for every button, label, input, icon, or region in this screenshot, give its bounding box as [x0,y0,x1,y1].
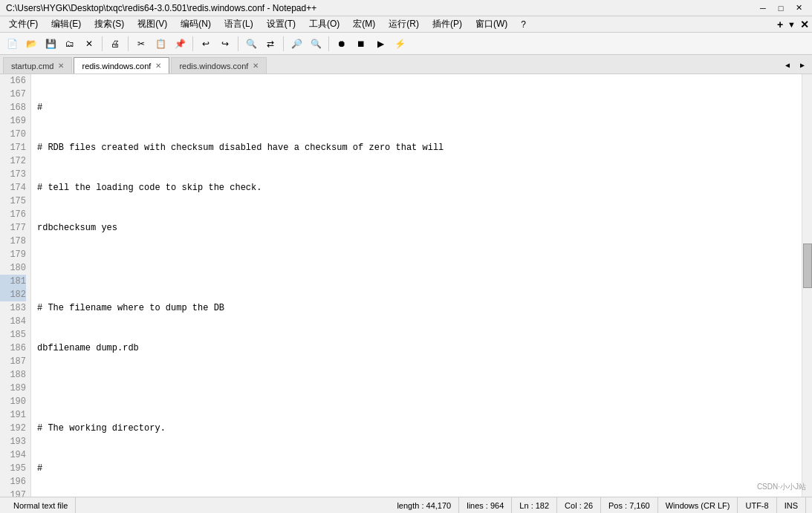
save-button[interactable]: 💾 [42,35,59,53]
line-numbers: 166 167 168 169 170 171 172 173 174 175 … [0,74,31,497]
menu-run[interactable]: 运行(R) [383,16,425,32]
menu-view[interactable]: 视图(V) [131,16,173,32]
macro-stop-button[interactable]: ⏹ [352,35,370,53]
tab-scroll-right[interactable]: ▶ [796,57,809,73]
editor-content[interactable]: # # RDB files created with checksum disa… [31,74,802,497]
sep3 [192,36,193,51]
redo-button[interactable]: ↪ [216,35,234,53]
code-line-171: # The filename where to dump the DB [37,301,802,315]
code-line-166: # [37,101,802,114]
macro-rec-button[interactable]: ⏺ [333,35,351,53]
close-button[interactable]: ✕ [791,2,806,14]
menu-lang[interactable]: 语言(L) [218,16,259,32]
status-insert-mode: INS [777,497,806,513]
status-encoding: UTF-8 [738,497,776,513]
status-lines: lines : 964 [459,497,512,513]
open-file-button[interactable]: 📂 [22,35,40,53]
menu-search[interactable]: 搜索(S) [88,16,130,32]
print-button[interactable]: 🖨 [106,35,124,53]
code-line-174: # The working directory. [37,422,802,435]
menu-macro[interactable]: 宏(M) [347,16,381,32]
tab-bar: startup.cmd ✕ redis.windows.conf ✕ redis… [0,55,812,74]
code-line-167: # RDB files created with checksum disabl… [37,141,802,154]
menu-encode[interactable]: 编码(N) [175,16,217,32]
find-button[interactable]: 🔍 [242,35,260,53]
minimize-button[interactable]: ─ [756,2,770,14]
code-line-170 [37,261,802,275]
tab-redis-conf-1-close[interactable]: ✕ [155,62,161,70]
zoom-out-button[interactable]: 🔍 [307,35,325,53]
cut-button[interactable]: ✂ [132,35,150,53]
toolbar: 📄 📂 💾 🗂 ✕ 🖨 ✂ 📋 📌 ↩ ↪ 🔍 ⇄ 🔎 🔍 ⏺ ⏹ ▶ ⚡ [0,33,812,55]
new-file-button[interactable]: 📄 [3,35,21,53]
menu-edit[interactable]: 编辑(E) [45,16,87,32]
code-line-173 [37,382,802,395]
macro-play-button[interactable]: ▶ [371,35,389,53]
zoom-in-button[interactable]: 🔎 [288,35,305,53]
run-button[interactable]: ⚡ [391,35,409,53]
tab-redis-conf-2-label: redis.windows.conf [179,62,248,71]
tab-startup[interactable]: startup.cmd ✕ [3,57,72,73]
tab-startup-label: startup.cmd [11,62,53,71]
save-all-button[interactable]: 🗂 [61,35,79,53]
sep4 [238,36,238,51]
menu-tools[interactable]: 工具(O) [303,16,345,32]
replace-button[interactable]: ⇄ [262,35,279,53]
sep6 [328,36,329,51]
status-col: Col : 26 [557,497,601,513]
title-bar: C:\Users\HYGK\Desktop\txqc\redis64-3.0.5… [0,0,812,16]
tab-scroll-left[interactable]: ◀ [781,57,794,73]
code-line-168: # tell the loading code to skip the chec… [37,181,802,195]
editor-container: 166 167 168 169 170 171 172 173 174 175 … [0,74,812,497]
tab-menu-button[interactable]: ▼ [787,20,796,29]
status-file-type: Normal text file [6,497,76,513]
tab-redis-conf-2[interactable]: redis.windows.conf ✕ [171,57,267,73]
code-line-169: rdbchecksum yes [37,221,802,235]
maximize-button[interactable]: □ [773,2,788,14]
code-area: # # RDB files created with checksum disa… [31,74,802,497]
status-line-ending: Windows (CR LF) [658,497,738,513]
paste-button[interactable]: 📌 [171,35,189,53]
code-line-172: dbfilename dump.rdb [37,342,802,355]
copy-button[interactable]: 📋 [152,35,169,53]
status-pos: Pos : 7,160 [601,497,658,513]
tab-redis-conf-2-close[interactable]: ✕ [253,62,259,70]
watermark: CSDN·小小J站 [757,482,806,492]
new-tab-button[interactable]: + [777,19,783,30]
menu-bar: 文件(F) 编辑(E) 搜索(S) 视图(V) 编码(N) 语言(L) 设置(T… [0,16,812,33]
status-ln: Ln : 182 [512,497,557,513]
code-line-175: # [37,462,802,475]
tab-redis-conf-1-label: redis.windows.conf [82,62,151,71]
scrollbar-thumb[interactable] [803,244,812,288]
vertical-scrollbar[interactable] [802,74,812,497]
tab-startup-close[interactable]: ✕ [58,62,64,70]
sep1 [102,36,103,51]
status-length: length : 44,170 [389,497,459,513]
menu-file[interactable]: 文件(F) [3,16,44,32]
menu-plugins[interactable]: 插件(P) [426,16,468,32]
menu-settings[interactable]: 设置(T) [261,16,302,32]
undo-button[interactable]: ↩ [197,35,215,53]
menu-window[interactable]: 窗口(W) [470,16,513,32]
tab-redis-conf-1[interactable]: redis.windows.conf ✕ [74,57,169,73]
app-title: C:\Users\HYGK\Desktop\txqc\redis64-3.0.5… [6,3,316,13]
status-bar: Normal text file length : 44,170 lines :… [0,497,812,513]
menu-help[interactable]: ? [515,18,532,31]
sep2 [128,36,129,51]
close-button-tb[interactable]: ✕ [80,35,98,53]
sep5 [283,36,284,51]
close-all-button[interactable]: ✕ [800,19,809,30]
